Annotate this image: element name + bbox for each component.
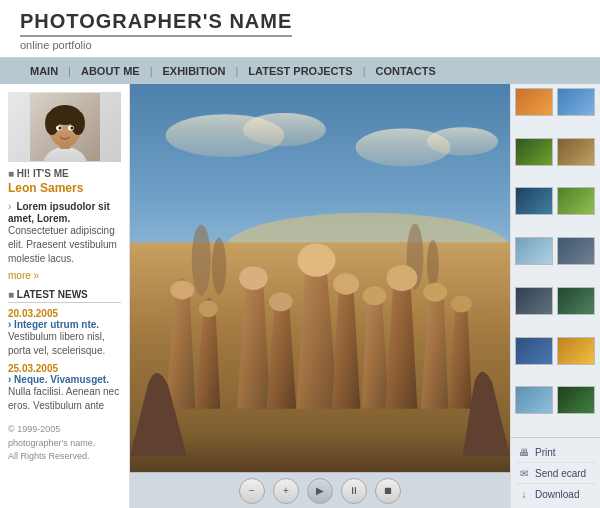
thumbnail-2[interactable] — [557, 88, 595, 116]
svg-point-11 — [63, 132, 67, 135]
thumbnail-14[interactable] — [557, 386, 595, 414]
photo-display — [130, 84, 510, 472]
svg-point-22 — [427, 240, 439, 288]
svg-point-32 — [451, 296, 472, 313]
thumbnail-3[interactable] — [515, 138, 553, 166]
news-date-2: 25.03.2005 — [8, 363, 121, 374]
svg-point-6 — [71, 111, 85, 135]
header: PHOTOGRAPHER'S NAME online portfolio — [0, 0, 600, 58]
svg-point-19 — [192, 225, 211, 296]
right-sidebar: 🖶 Print ✉ Send ecard ↓ Download — [510, 84, 600, 508]
print-button[interactable]: 🖶 Print — [515, 442, 596, 463]
about-section: › Lorem ipsudolor sit amet, Lorem. Conse… — [8, 200, 121, 281]
svg-point-9 — [58, 127, 61, 130]
thumbnail-1[interactable] — [515, 88, 553, 116]
thumbnail-6[interactable] — [557, 187, 595, 215]
svg-point-31 — [423, 283, 447, 302]
latest-news-title: LATEST NEWS — [8, 289, 121, 303]
footer-name: photographer's name. — [8, 437, 121, 451]
thumbnail-12[interactable] — [557, 337, 595, 365]
svg-point-24 — [199, 301, 218, 318]
send-ecard-icon: ✉ — [517, 466, 531, 480]
svg-point-5 — [45, 111, 59, 135]
news-title-2[interactable]: Neque. Vivamusget. — [8, 374, 121, 385]
news-date-1: 20.03.2005 — [8, 308, 121, 319]
stop-button[interactable]: ⏹ — [375, 478, 401, 504]
main-photo — [130, 84, 510, 472]
center-content: − + ▶ ⏸ ⏹ — [130, 84, 510, 508]
more-link[interactable]: more » — [8, 270, 39, 281]
rewind-button[interactable]: − — [239, 478, 265, 504]
svg-point-27 — [297, 244, 335, 277]
about-title: Lorem ipsudolor sit amet, Lorem. — [8, 201, 110, 224]
forward-button[interactable]: + — [273, 478, 299, 504]
nav-bar: MAIN | ABOUT ME | EXHIBITION | LATEST PR… — [0, 58, 600, 84]
nav-item-main[interactable]: MAIN — [20, 58, 68, 84]
site-title: PHOTOGRAPHER'S NAME — [20, 10, 292, 37]
pause-button[interactable]: ⏸ — [341, 478, 367, 504]
svg-point-25 — [239, 266, 268, 290]
site-subtitle: online portfolio — [20, 39, 580, 51]
nav-item-about[interactable]: ABOUT ME — [71, 58, 150, 84]
news-text-1: Vestibulum libero nisl, porta vel, scele… — [8, 330, 121, 358]
thumbnail-9[interactable] — [515, 287, 553, 315]
print-icon: 🖶 — [517, 445, 531, 459]
action-bar: 🖶 Print ✉ Send ecard ↓ Download — [511, 437, 600, 508]
avatar-image — [30, 93, 100, 161]
avatar — [8, 92, 121, 162]
nav-item-exhibition[interactable]: EXHIBITION — [153, 58, 236, 84]
news-item-2: 25.03.2005 Neque. Vivamusget. Nulla faci… — [8, 363, 121, 413]
thumbnail-5[interactable] — [515, 187, 553, 215]
svg-point-23 — [170, 280, 194, 299]
left-sidebar: HI! IT'S ME Leon Samers › Lorem ipsudolo… — [0, 84, 130, 508]
download-button[interactable]: ↓ Download — [515, 484, 596, 504]
svg-point-26 — [269, 292, 293, 311]
nav-item-contacts[interactable]: CONTACTS — [365, 58, 445, 84]
thumbnail-grid — [511, 84, 600, 437]
svg-point-29 — [363, 286, 387, 305]
about-arrow: › — [8, 201, 11, 212]
svg-point-14 — [243, 113, 326, 146]
play-button[interactable]: ▶ — [307, 478, 333, 504]
svg-point-20 — [212, 238, 226, 295]
about-text: Consectetuer adipiscing elit. Praesent v… — [8, 224, 121, 266]
hi-label: HI! IT'S ME — [8, 168, 121, 179]
main-content: HI! IT'S ME Leon Samers › Lorem ipsudolo… — [0, 84, 600, 508]
svg-point-10 — [70, 127, 73, 130]
news-item-1: 20.03.2005 Integer utrum nte. Vestibulum… — [8, 308, 121, 358]
print-label: Print — [535, 447, 556, 458]
footer-copyright: © 1999-2005 — [8, 423, 121, 437]
send-ecard-label: Send ecard — [535, 468, 586, 479]
thumbnail-13[interactable] — [515, 386, 553, 414]
download-icon: ↓ — [517, 487, 531, 501]
person-name: Leon Samers — [8, 181, 121, 195]
thumbnail-10[interactable] — [557, 287, 595, 315]
svg-point-30 — [387, 265, 418, 291]
thumbnail-11[interactable] — [515, 337, 553, 365]
thumbnail-7[interactable] — [515, 237, 553, 265]
footer-rights: All Rights Reserved. — [8, 450, 121, 464]
download-label: Download — [535, 489, 579, 500]
send-ecard-button[interactable]: ✉ Send ecard — [515, 463, 596, 484]
svg-point-16 — [427, 127, 498, 156]
page-wrapper: PHOTOGRAPHER'S NAME online portfolio MAI… — [0, 0, 600, 508]
playback-bar: − + ▶ ⏸ ⏹ — [130, 472, 510, 508]
footer-text: © 1999-2005 photographer's name. All Rig… — [8, 423, 121, 464]
thumbnail-4[interactable] — [557, 138, 595, 166]
thumbnail-8[interactable] — [557, 237, 595, 265]
svg-point-28 — [333, 273, 359, 294]
news-text-2: Nulla facilisi. Aenean nec eros. Vestibu… — [8, 385, 121, 413]
news-title-1[interactable]: Integer utrum nte. — [8, 319, 121, 330]
nav-item-projects[interactable]: LATEST PROJECTS — [238, 58, 362, 84]
